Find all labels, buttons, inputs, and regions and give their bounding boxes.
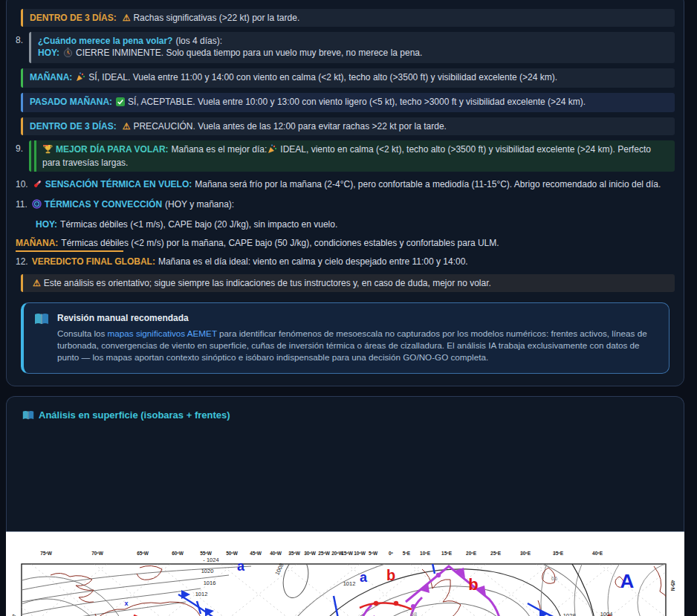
longitude-tick-label: 15ºE	[441, 551, 452, 556]
callout-pasado-manana: PASADO MAÑANA:SÍ, ACEPTABLE. Vuela entre…	[16, 93, 675, 112]
longitude-tick-label: 15ºW	[341, 551, 353, 556]
open-book-icon	[34, 313, 49, 363]
surface-analysis-card: Análisis en superficie (isobaras + frent…	[6, 396, 684, 616]
cyclone-icon	[32, 199, 42, 212]
item-8-suffix: (los 4 días):	[175, 36, 222, 46]
review-body-pre: Consulta los	[57, 328, 105, 338]
high-pressure-letter: A	[620, 571, 635, 591]
warning-icon: ⚠	[33, 278, 41, 288]
synoptic-chart-image	[6, 532, 682, 616]
hoy-text: Térmicas débiles (<1 m/s), CAPE bajo (20…	[60, 219, 337, 230]
item-12-number: 12.	[16, 256, 28, 267]
longitude-tick-label: 70ºW	[91, 551, 103, 556]
longitude-tick-label: 45ºW	[250, 551, 262, 556]
item-12-veredicto: 12.VEREDICTO FINAL GLOBAL:Mañana es el d…	[16, 256, 675, 268]
low-pressure-letter: b	[468, 577, 478, 593]
item-11-hoy: HOY:Térmicas débiles (<1 m/s), CAPE bajo…	[36, 218, 675, 230]
longitude-tick-label: 25ºE	[490, 551, 501, 556]
warning-icon: ⚠	[123, 121, 131, 132]
longitude-tick-label: 5ºE	[403, 551, 410, 556]
longitude-tick-label: 10ºW	[354, 551, 366, 556]
longitude-tick-label: 40ºE	[592, 551, 603, 556]
longitude-tick-label: 40ºW	[270, 551, 282, 556]
longitude-tick-label: 20ºE	[466, 551, 476, 556]
hoy-label: HOY:	[36, 219, 57, 230]
item-8-title: ¿Cuándo merece la pena volar?	[38, 36, 172, 46]
item-11-suffix: (HOY y mañana):	[165, 199, 234, 210]
pressure-label: 1012	[195, 591, 208, 597]
front-mark: x	[124, 600, 128, 607]
pressure-label: 1020	[201, 568, 214, 574]
callout-dentro-3-dias-precaucion: DENTRO DE 3 DÍAS:⚠PRECAUCIÓN. Vuela ante…	[16, 117, 675, 135]
best-day-label: MEJOR DÍA PARA VOLAR:	[56, 144, 169, 155]
item-9-best-day: 9. MEJOR DÍA PARA VOLAR:Mañana es el mej…	[16, 140, 675, 172]
callout-manana: MAÑANA:SÍ, IDEAL. Vuela entre 11:00 y 14…	[16, 68, 675, 88]
trophy-icon	[43, 144, 53, 157]
item-8: 8. ¿Cuándo merece la pena volar?(los 4 d…	[16, 32, 675, 63]
timer-icon	[63, 48, 73, 60]
high-pressure-letter: a	[237, 560, 244, 573]
party-popper-icon	[76, 72, 85, 85]
dentro-3-dias-label: DENTRO DE 3 DÍAS:	[30, 121, 117, 132]
veredicto-text: Mañana es el día ideal: viento en calma …	[158, 256, 468, 267]
longitude-tick-label: 35ºE	[553, 551, 563, 556]
item-11-label: TÉRMICAS Y CONVECCIÓN	[45, 199, 162, 210]
item-8-number: 8.	[16, 32, 29, 45]
high-pressure-letter: a	[360, 571, 367, 584]
manana-termicas-text: Térmicas débiles (<2 m/s) por la mañana,…	[61, 238, 499, 248]
callout-dentro-3-dias-hoy: DENTRO DE 3 DÍAS:⚠Rachas significativas …	[16, 9, 675, 27]
longitude-tick-label: 30ºE	[520, 551, 531, 556]
check-icon	[116, 97, 125, 109]
item-10-number: 10.	[16, 179, 28, 189]
warning-icon: ⚠	[123, 13, 131, 23]
low-pressure-letter: b	[386, 568, 395, 583]
pressure-label: 1016	[204, 580, 216, 586]
pressure-label: 1004	[600, 611, 613, 616]
surface-section-title: Análisis en superficie (isobaras + frent…	[22, 409, 675, 423]
pressure-label: - 1024	[203, 557, 218, 563]
manual-review-title: Revisión manual recomendada	[57, 313, 658, 323]
aemet-maps-link[interactable]: mapas significativos AEMET	[108, 328, 217, 338]
item-10-label: SENSACIÓN TÉRMICA EN VUELO:	[45, 179, 192, 189]
longitude-tick-label: 10ºE	[420, 551, 430, 556]
pressure-label: 1012	[343, 580, 356, 587]
best-day-mid: Mañana es el mejor día:	[172, 144, 268, 155]
hoy-text: CIERRE INMINENTE. Solo queda tiempo para…	[76, 48, 422, 58]
open-book-icon	[22, 410, 34, 423]
longitude-tick-label: 65ºW	[137, 551, 149, 556]
pressure-label: 1028	[563, 612, 576, 616]
pasado-manana-label: PASADO MAÑANA:	[30, 97, 112, 107]
dentro-3-dias-label: DENTRO DE 3 DÍAS:	[30, 13, 117, 23]
item-10: 10.SENSACIÓN TÉRMICA EN VUELO:Mañana ser…	[16, 178, 675, 192]
pasado-manana-text: SÍ, ACEPTABLE. Vuela entre 10:00 y 13:00…	[128, 97, 586, 107]
manual-review-box: Revisión manual recomendada Consulta los…	[21, 302, 670, 374]
analysis-card: DENTRO DE 3 DÍAS:⚠Rachas significativas …	[6, 0, 684, 386]
longitude-tick-label: 30ºW	[304, 551, 316, 556]
surface-section-title-text: Análisis en superficie (isobaras + frent…	[39, 409, 230, 421]
longitude-tick-label: 60ºW	[172, 551, 184, 556]
item-10-text: Mañana será frío por la mañana (2-4°C), …	[195, 179, 661, 189]
longitude-tick-label: 25ºW	[318, 551, 330, 556]
longitude-tick-label: 75ºW	[40, 551, 52, 556]
longitude-tick-label: 35ºW	[288, 551, 300, 556]
manana-label: MAÑANA:	[30, 72, 72, 82]
latitude-tick-label: 45ºN	[670, 580, 675, 591]
longitude-tick-label: 0º	[389, 551, 393, 556]
longitude-tick-label: 5ºW	[369, 551, 377, 556]
longitude-tick-label: 55ºW	[200, 551, 212, 556]
item-11-number: 11.	[16, 199, 27, 210]
party-popper-icon	[268, 144, 277, 157]
pressure-label: 66	[551, 575, 557, 582]
page: DENTRO DE 3 DÍAS:⚠Rachas significativas …	[0, 0, 697, 616]
pressure-label: 68	[411, 611, 417, 616]
manana-text: SÍ, IDEAL. Vuela entre 11:00 y 14:00 con…	[88, 72, 557, 82]
thermometer-icon	[33, 179, 42, 192]
map-spacer	[16, 423, 675, 531]
item-11: 11.TÉRMICAS Y CONVECCIÓN(HOY y mañana):	[16, 198, 675, 212]
disclaimer-text: Este análisis es orientativo; sigue siem…	[44, 278, 491, 288]
hoy-label: HOY:	[38, 48, 59, 58]
dentro-3-dias-text: Rachas significativas (>22 kt) por la ta…	[133, 13, 299, 23]
veredicto-label: VEREDICTO FINAL GLOBAL:	[32, 256, 155, 267]
dentro-3-dias-text: PRECAUCIÓN. Vuela antes de las 12:00 par…	[133, 121, 446, 132]
surface-analysis-map: 75ºW70ºW65ºW60ºW55ºW50ºW45ºW40ºW35ºW30ºW…	[6, 531, 684, 616]
